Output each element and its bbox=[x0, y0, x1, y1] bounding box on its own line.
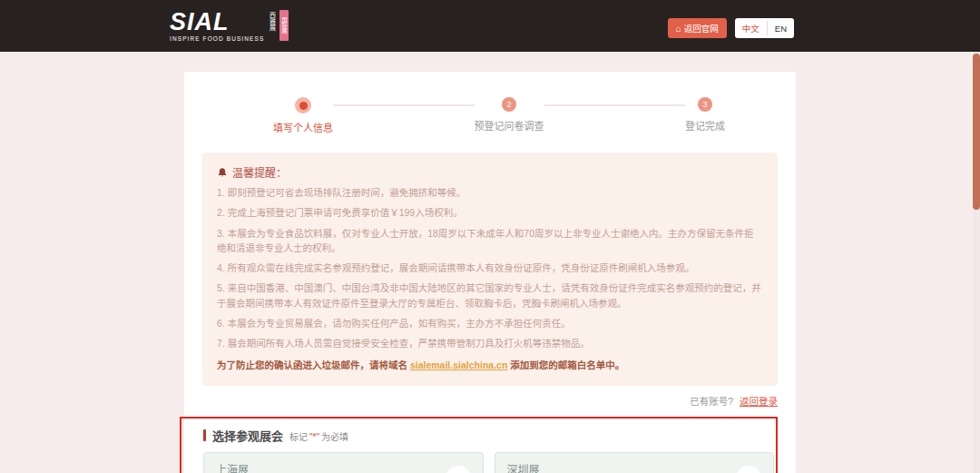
step-1-active-dot bbox=[295, 97, 311, 113]
exhibition-options: 上海展 2024.05.28-30 上海新国际博览中心 深圳展 2024.09 bbox=[203, 452, 774, 473]
notice-item: 1. 即刻预登记可省去现场排队注册时间，避免拥挤和等候。 bbox=[217, 185, 763, 200]
back-to-login-link[interactable]: 返回登录 bbox=[740, 396, 778, 407]
step-3-number-badge: 3 bbox=[698, 97, 712, 112]
select-exhibition-title: 选择参观展会 bbox=[212, 427, 283, 444]
exhibition-card-shenzhen[interactable]: 深圳展 2024.09.02-04 深圳会展中心（福田） bbox=[495, 452, 775, 473]
notice-item: 4. 所有观众需在线完成实名参观预约登记，展会期间请携带本人有效身份证原件，凭身… bbox=[217, 261, 763, 275]
hint-prefix: 标记 bbox=[289, 432, 308, 442]
back-button-label: 返回官网 bbox=[684, 22, 719, 34]
bell-icon bbox=[217, 167, 228, 178]
notice-footer-prefix: 为了防止您的确认函进入垃圾邮件，请将域名 bbox=[217, 360, 410, 370]
scrollbar-thumb[interactable] bbox=[973, 54, 980, 210]
whitelist-domain-link[interactable]: sialemail.sialchina.cn bbox=[410, 360, 507, 370]
step-2-label: 预登记问卷调查 bbox=[475, 118, 544, 133]
notice-item: 6. 本展会为专业贸易展会，请勿购买任何产品，如有购买，主办方不承担任何责任。 bbox=[217, 316, 763, 330]
notice-item: 3. 本展会为专业食品饮料展，仅对专业人士开放，18周岁以下未成年人和70周岁以… bbox=[217, 226, 763, 256]
step-1-inner-dot bbox=[299, 102, 308, 110]
header-actions: ⌂ 返回官网 中文 EN bbox=[668, 18, 794, 38]
hint-suffix: 为必填 bbox=[321, 432, 348, 442]
exhibition-card-shanghai[interactable]: 上海展 2024.05.28-30 上海新国际博览中心 bbox=[203, 452, 484, 473]
language-switcher: 中文 EN bbox=[735, 18, 794, 38]
logo-chinese-vertical-text: 西雅展 bbox=[268, 12, 276, 31]
required-hint: 标记"*"为必填 bbox=[289, 429, 348, 443]
select-exhibition-annotation-box: 选择参观展会 标记"*"为必填 上海展 2024.05.28-30 上海新国际博… bbox=[180, 417, 778, 473]
login-row: 已有账号? 返回登录 bbox=[202, 394, 778, 408]
notice-footer-suffix: 添加到您的邮箱白名单中。 bbox=[507, 360, 624, 370]
step-1-label: 填写个人信息 bbox=[273, 120, 333, 134]
stepper-connector bbox=[544, 104, 686, 106]
notice-title: 温馨提醒： bbox=[232, 164, 287, 180]
warm-reminder-notice: 温馨提醒： 1. 即刻预登记可省去现场排队注册时间，避免拥挤和等候。 2. 完成… bbox=[202, 153, 778, 386]
step-2-number-badge: 2 bbox=[502, 97, 516, 112]
notice-item: 5. 来自中国香港、中国澳门、中国台湾及非中国大陆地区的其它国家的专业人士，请凭… bbox=[217, 281, 763, 310]
notice-item: 7. 展会期间所有入场人员需自觉接受安全检查，严禁携带管制刀具及打火机等违禁物品… bbox=[217, 336, 763, 350]
required-asterisk: "*" bbox=[308, 432, 321, 442]
step-3-label: 登记完成 bbox=[685, 118, 725, 133]
page: SIAL INSPIRE FOOD BUSINESS 西雅展 国际展 ⌂ 返回官… bbox=[0, 0, 980, 473]
logo-seal-bar: 国际展 bbox=[279, 10, 289, 41]
step-1-fill-personal-info: 填写个人信息 bbox=[273, 97, 333, 134]
select-exhibition-header: 选择参观展会 标记"*"为必填 bbox=[203, 427, 776, 444]
stepper-connector bbox=[333, 104, 475, 106]
sial-logo-main: SIAL INSPIRE FOOD BUSINESS bbox=[170, 10, 264, 42]
lang-option-chinese[interactable]: 中文 bbox=[735, 21, 768, 35]
logo-brand-text: SIAL bbox=[170, 10, 264, 34]
logo-seal-text: 国际展 bbox=[280, 17, 289, 34]
exhibition-name: 深圳展 bbox=[507, 461, 762, 473]
logo-tagline: INSPIRE FOOD BUSINESS bbox=[170, 35, 264, 42]
have-account-text: 已有账号? bbox=[690, 396, 733, 407]
home-icon: ⌂ bbox=[676, 25, 681, 33]
notice-footer: 为了防止您的确认函进入垃圾邮件，请将域名 sialemail.sialchina… bbox=[217, 358, 763, 372]
step-3-complete: 3 登记完成 bbox=[685, 97, 725, 133]
registration-card: 填写个人信息 2 预登记问卷调查 3 登记完成 温馨提醒： 1. 即刻预登记可省… bbox=[184, 72, 796, 473]
top-header: SIAL INSPIRE FOOD BUSINESS 西雅展 国际展 ⌂ 返回官… bbox=[0, 0, 980, 52]
back-to-official-site-button[interactable]: ⌂ 返回官网 bbox=[668, 18, 727, 38]
notice-item: 2. 完成上海预登记门票申请可免费享价值￥199入场权利。 bbox=[217, 205, 763, 220]
scrollbar-track[interactable] bbox=[973, 52, 980, 473]
exhibition-name: 上海展 bbox=[216, 461, 471, 473]
lang-option-english[interactable]: EN bbox=[768, 23, 794, 34]
sial-logo[interactable]: SIAL INSPIRE FOOD BUSINESS 西雅展 国际展 bbox=[170, 10, 289, 42]
section-accent-bar bbox=[203, 429, 206, 441]
progress-stepper: 填写个人信息 2 预登记问卷调查 3 登记完成 bbox=[202, 97, 778, 134]
step-2-questionnaire: 2 预登记问卷调查 bbox=[475, 97, 544, 133]
notice-title-row: 温馨提醒： bbox=[217, 164, 763, 180]
